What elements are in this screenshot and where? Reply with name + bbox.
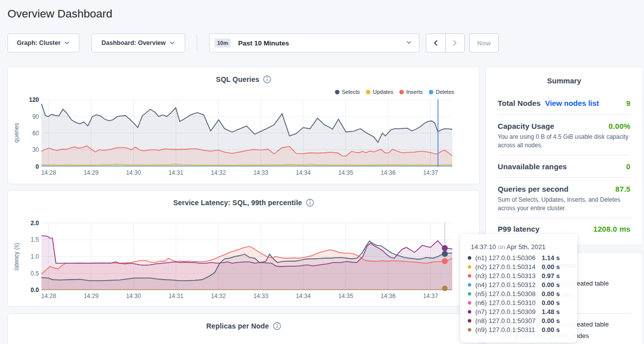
svg-text:14:30: 14:30 [126,169,141,176]
svg-text:14:37: 14:37 [423,293,438,300]
svg-text:14:32: 14:32 [211,293,226,300]
svg-text:14:31: 14:31 [168,293,183,300]
svg-text:14:33: 14:33 [253,293,268,300]
svg-text:14:36: 14:36 [380,293,395,300]
svg-text:14:35: 14:35 [338,293,353,300]
svg-text:0: 0 [35,163,39,170]
svg-text:90: 90 [32,113,39,120]
svg-text:14:28: 14:28 [41,293,56,300]
svg-text:14:36: 14:36 [380,169,395,176]
svg-text:14:29: 14:29 [83,293,98,300]
svg-text:14:30: 14:30 [126,293,141,300]
svg-text:latency (s): latency (s) [13,243,20,270]
svg-text:14:33: 14:33 [253,169,268,176]
svg-text:14:35: 14:35 [338,169,353,176]
svg-text:60: 60 [32,130,39,137]
svg-text:1.5: 1.5 [30,236,39,243]
svg-text:1.0: 1.0 [30,253,39,260]
svg-text:14:34: 14:34 [296,169,311,176]
svg-text:14:34: 14:34 [296,293,311,300]
svg-text:0.5: 0.5 [30,270,39,277]
svg-text:14:28: 14:28 [41,169,56,176]
svg-text:14:31: 14:31 [168,169,183,176]
svg-text:14:37: 14:37 [423,169,438,176]
svg-text:14:29: 14:29 [83,169,98,176]
svg-text:0.0: 0.0 [30,287,39,294]
svg-text:14:32: 14:32 [211,169,226,176]
svg-text:queries: queries [13,123,20,142]
svg-text:2.0: 2.0 [30,220,39,227]
svg-text:120: 120 [29,96,39,103]
svg-text:30: 30 [32,146,39,153]
